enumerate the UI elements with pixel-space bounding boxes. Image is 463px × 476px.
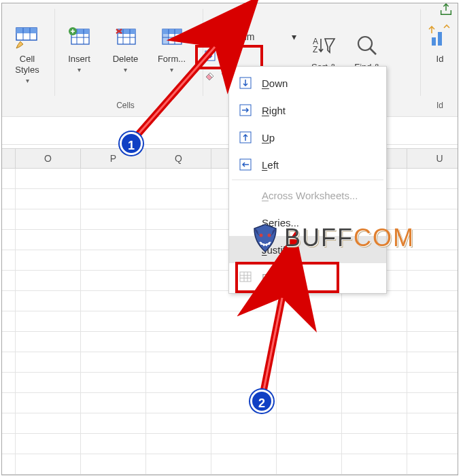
svg-rect-27 xyxy=(438,32,442,46)
share-icon[interactable] xyxy=(439,2,453,17)
fill-left-icon xyxy=(239,158,252,171)
ideas-icon xyxy=(426,24,453,51)
svg-text:Z: Z xyxy=(313,45,318,54)
svg-line-25 xyxy=(370,48,376,54)
annotation-arrow-2 xyxy=(255,292,289,397)
fill-justify-item[interactable]: Justify xyxy=(229,236,386,263)
chevron-down-icon: ▾ xyxy=(234,50,239,61)
sort-filter-icon: A Z xyxy=(310,32,337,59)
fill-left-item[interactable]: Left xyxy=(229,151,386,178)
annotation-badge-2: 2 xyxy=(250,390,273,413)
fill-left-label: Left xyxy=(262,159,279,171)
find-icon xyxy=(354,32,381,59)
cell-styles-button[interactable]: CellStyles ▾ xyxy=(8,24,46,86)
fill-justify-label: Justify xyxy=(262,244,291,256)
group-label-ideas: Id xyxy=(424,101,456,110)
fill-series-label: Series... xyxy=(262,217,299,228)
svg-line-38 xyxy=(136,47,215,137)
fill-dropdown-menu: Down Right Up Left Across Worksheets... … xyxy=(228,66,387,294)
ideas-button[interactable]: Id xyxy=(424,24,456,65)
col-header[interactable] xyxy=(2,149,16,168)
insert-cells-icon xyxy=(66,24,93,51)
group-separator xyxy=(420,9,421,96)
col-header[interactable]: O xyxy=(16,149,81,168)
fill-flash-label: Flash Fill xyxy=(262,271,303,283)
fill-right-item[interactable]: Right xyxy=(229,97,386,124)
fill-right-label: Right xyxy=(262,105,286,116)
chevron-down-icon: ▾ xyxy=(292,31,296,42)
blank-icon xyxy=(239,188,252,202)
insert-button[interactable]: Insert ▾ xyxy=(58,24,101,75)
fill-right-icon xyxy=(239,103,252,117)
blank-icon xyxy=(239,243,252,256)
blank-icon xyxy=(239,216,252,229)
fill-up-label: Up xyxy=(262,132,275,143)
fill-up-item[interactable]: Up xyxy=(229,124,386,151)
svg-rect-1 xyxy=(16,28,37,33)
fill-down-item[interactable]: Down xyxy=(229,69,386,97)
group-ideas: Id Id xyxy=(424,24,456,105)
flash-fill-icon xyxy=(239,270,252,284)
ideas-label: Id xyxy=(436,54,444,64)
cell-styles-label: CellStyles xyxy=(15,54,39,75)
svg-rect-16 xyxy=(162,29,182,34)
chevron-down-icon: ▾ xyxy=(8,75,46,86)
fill-down-icon xyxy=(239,76,252,90)
col-header[interactable]: U xyxy=(407,149,463,168)
autosum-label: AutoSum xyxy=(216,31,255,42)
svg-line-40 xyxy=(263,298,282,393)
svg-rect-32 xyxy=(240,272,251,282)
col-header[interactable]: Q xyxy=(146,149,211,168)
annotation-arrow-1 xyxy=(128,41,226,141)
fill-up-icon xyxy=(239,131,252,144)
menu-separator xyxy=(232,180,383,180)
fill-across-item: Across Worksheets... xyxy=(229,182,386,209)
fill-flash-item: Flash Fill xyxy=(229,263,386,290)
insert-label: Insert xyxy=(68,54,90,64)
fill-down-label: Down xyxy=(262,78,288,89)
svg-rect-26 xyxy=(432,37,436,46)
fill-series-item[interactable]: Series... xyxy=(229,209,386,236)
group-styles: CellStyles ▾ xyxy=(3,24,51,105)
cell-styles-icon xyxy=(14,24,41,51)
chevron-down-icon: ▾ xyxy=(58,65,101,75)
annotation-badge-1: 1 xyxy=(120,132,143,155)
fill-across-label: Across Worksheets... xyxy=(262,190,358,201)
